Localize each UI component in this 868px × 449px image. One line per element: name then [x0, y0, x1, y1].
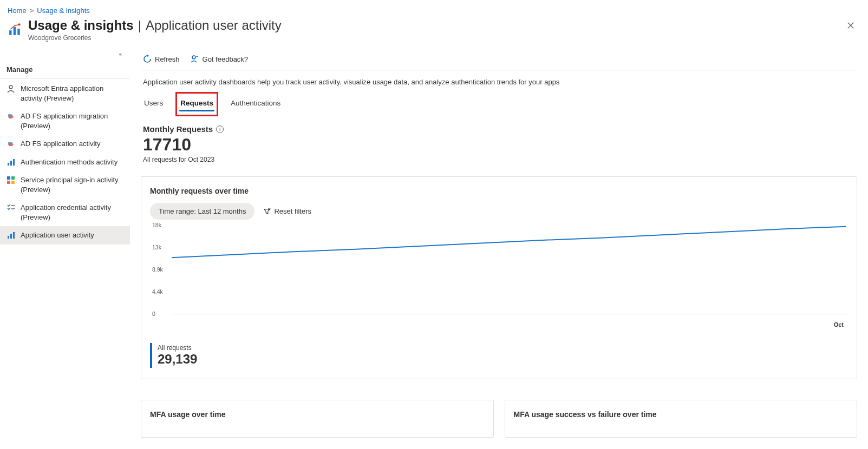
page-description: Application user activity dashboards hel… — [141, 70, 857, 91]
svg-rect-10 — [7, 181, 10, 184]
migrate-icon — [6, 112, 15, 121]
svg-rect-7 — [13, 159, 15, 166]
svg-rect-6 — [10, 161, 12, 166]
kpi-block: Monthly Requests i 17710 All requests fo… — [141, 113, 857, 167]
toolbar: Refresh Got feedback? — [141, 49, 857, 70]
mfa-usage-card: MFA usage over time — [141, 400, 494, 438]
svg-rect-11 — [11, 181, 15, 184]
breadcrumb-separator: > — [30, 6, 34, 15]
page-title-sep: | — [138, 18, 141, 33]
sidebar: « Manage Microsoft Entra application act… — [0, 49, 130, 255]
breadcrumb: Home > Usage & insights — [0, 0, 868, 17]
chart-ytick: 18k — [152, 222, 161, 228]
mfa-usage-title: MFA usage over time — [150, 410, 485, 419]
sidebar-item-label: Service principal sign-in activity (Prev… — [21, 175, 123, 194]
svg-rect-13 — [10, 234, 12, 239]
feedback-label: Got feedback? — [203, 55, 249, 63]
page-title-main: Usage & insights — [28, 18, 134, 33]
sidebar-item-6[interactable]: Application user activity — [0, 226, 130, 245]
chart-ytick: 4.4k — [152, 288, 163, 295]
svg-rect-0 — [9, 30, 11, 35]
bars-icon — [6, 158, 15, 167]
reset-filters-button[interactable]: Reset filters — [263, 207, 311, 215]
bottom-cards: MFA usage over time MFA usage success vs… — [141, 390, 857, 438]
sidebar-item-2[interactable]: AD FS application activity — [0, 135, 130, 153]
chart-legend: All requests 29,139 — [150, 343, 848, 368]
svg-rect-14 — [13, 232, 15, 239]
chart-ytick: 0 — [152, 311, 155, 317]
sidebar-collapse-button[interactable]: « — [0, 49, 130, 61]
sidebar-item-4[interactable]: Service principal sign-in activity (Prev… — [0, 171, 130, 199]
sidebar-item-label: Microsoft Entra application activity (Pr… — [21, 84, 123, 103]
tab-users[interactable]: Users — [143, 96, 164, 113]
page-header: Usage & insights | Application user acti… — [0, 17, 868, 49]
tab-requests[interactable]: Requests — [179, 96, 214, 113]
sidebar-section-title: Manage — [0, 61, 130, 78]
bars-icon — [6, 231, 15, 240]
page-title-sub: Application user activity — [146, 18, 282, 33]
tab-auth[interactable]: Authentications — [230, 96, 282, 113]
chart-line — [172, 225, 846, 314]
reset-filters-label: Reset filters — [274, 207, 311, 215]
svg-rect-1 — [14, 27, 16, 35]
chart-card: Monthly requests over time Time range: L… — [141, 176, 857, 379]
svg-rect-8 — [7, 176, 10, 180]
page-title: Usage & insights | Application user acti… — [28, 18, 282, 33]
svg-rect-2 — [17, 29, 19, 35]
sidebar-item-label: AD FS application activity — [21, 139, 123, 149]
chart-title: Monthly requests over time — [150, 187, 848, 195]
chart-ytick: 13k — [152, 244, 161, 250]
chart-baseline — [172, 314, 846, 314]
kpi-title: Monthly Requests — [143, 124, 213, 134]
kpi-subtitle: All requests for Oct 2023 — [143, 156, 855, 163]
refresh-label: Refresh — [155, 55, 180, 63]
legend-value: 29,139 — [158, 352, 197, 367]
svg-point-4 — [9, 85, 12, 89]
page-subtitle: Woodgrove Groceries — [28, 34, 282, 42]
chart-ytick: 8.9k — [152, 266, 163, 273]
legend-label: All requests — [158, 344, 197, 352]
refresh-button[interactable]: Refresh — [143, 55, 180, 63]
sidebar-item-label: Application user activity — [21, 230, 123, 240]
migrate-icon — [6, 140, 15, 148]
mfa-success-failure-title: MFA usage success vs failure over time — [514, 410, 849, 419]
chart-xtick-end: Oct — [834, 321, 844, 328]
svg-rect-12 — [8, 236, 9, 239]
grid-icon — [6, 176, 15, 184]
legend-all-requests: All requests 29,139 — [150, 343, 197, 368]
sidebar-item-label: Application credential activity (Preview… — [21, 203, 123, 222]
insights-icon — [8, 21, 23, 36]
sidebar-item-0[interactable]: Microsoft Entra application activity (Pr… — [0, 80, 130, 107]
mfa-success-failure-card: MFA usage success vs failure over time — [505, 400, 858, 438]
time-range-pill[interactable]: Time range: Last 12 months — [150, 203, 254, 220]
sidebar-item-1[interactable]: AD FS application migration (Preview) — [0, 107, 130, 135]
close-button[interactable] — [844, 19, 857, 32]
svg-rect-5 — [8, 163, 9, 166]
chart-filter-row: Time range: Last 12 months Reset filters — [150, 203, 848, 220]
main-content: Refresh Got feedback? Application user a… — [130, 49, 868, 448]
sidebar-item-5[interactable]: Application credential activity (Preview… — [0, 199, 130, 226]
checklist-icon — [6, 203, 15, 212]
breadcrumb-home[interactable]: Home — [8, 6, 27, 15]
svg-rect-9 — [11, 176, 15, 180]
chart-area: 18k13k8.9k4.4k0Oct — [152, 225, 846, 333]
sidebar-item-label: Authentication methods activity — [21, 157, 123, 167]
feedback-button[interactable]: Got feedback? — [191, 55, 249, 63]
kpi-value: 17710 — [143, 135, 855, 155]
svg-point-15 — [192, 56, 195, 59]
sidebar-item-label: AD FS application migration (Preview) — [21, 111, 123, 130]
sidebar-item-3[interactable]: Authentication methods activity — [0, 153, 130, 171]
info-icon[interactable]: i — [216, 126, 224, 133]
tabs: UsersRequestsAuthentications — [141, 91, 857, 113]
breadcrumb-current[interactable]: Usage & insights — [37, 6, 90, 15]
person-icon — [6, 84, 15, 93]
